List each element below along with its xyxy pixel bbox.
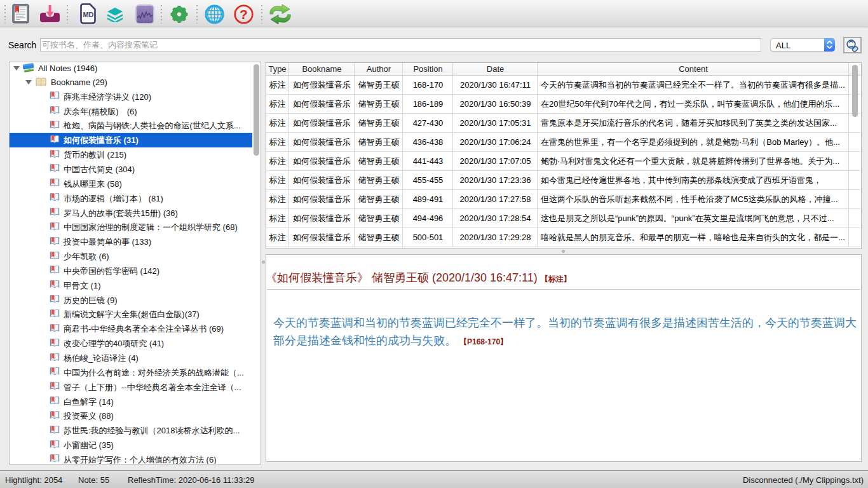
svg-text:?: ? [240,7,248,22]
svg-text:MD: MD [83,11,93,18]
